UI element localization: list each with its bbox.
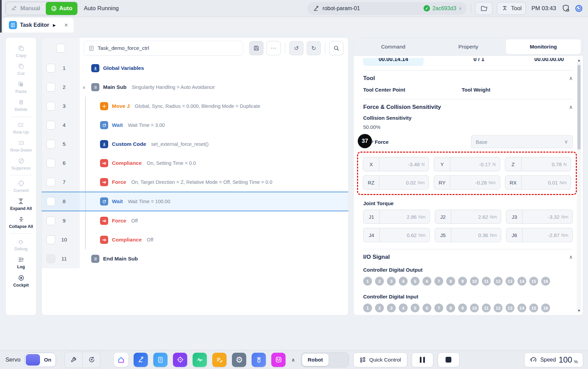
motion-sync-button[interactable] [83, 352, 100, 368]
io-section-header[interactable]: I/O Signal ∧ [363, 249, 573, 265]
task-row[interactable]: 9 Force Off [42, 211, 348, 230]
digital-output-channel: 7 [434, 277, 443, 286]
expand-all-button[interactable]: Expand All [10, 198, 32, 211]
task-row[interactable]: 11 End Main Sub [42, 249, 348, 268]
manual-mode-button[interactable]: Manual [6, 2, 46, 15]
panel-scrollbar[interactable]: ▲ ▼ [577, 58, 581, 313]
digital-output-channel: 3 [387, 277, 396, 286]
task-app-icon[interactable] [153, 353, 168, 367]
pause-button[interactable] [412, 352, 433, 367]
chevron-down-icon[interactable]: ∨ [459, 6, 462, 11]
robot-app-icon[interactable] [134, 353, 148, 367]
delete-button[interactable]: Delete [15, 99, 27, 112]
task-row[interactable]: 4 Wait Wait Time = 3.00 [42, 116, 348, 135]
row-checkbox[interactable] [46, 216, 55, 225]
force-section-header[interactable]: Force & Collision Sensitivity ∧ [363, 99, 573, 115]
task-row[interactable]: 3 Move J Global, Sync, Radius = 0.000, B… [42, 97, 348, 116]
dock-collapse-icon[interactable]: ∧ [291, 357, 295, 363]
log-button[interactable]: Log [17, 256, 25, 269]
scroll-up-icon[interactable]: ▲ [577, 59, 581, 62]
auto-mode-button[interactable]: Auto [46, 2, 78, 15]
copy-button[interactable]: Copy [16, 45, 26, 58]
monitor-app-icon[interactable] [193, 353, 207, 367]
paste-button[interactable]: Paste [15, 81, 26, 94]
row-checkbox[interactable] [46, 235, 55, 244]
robot-name: robot-param-01 [322, 5, 360, 12]
row-checkbox[interactable] [46, 102, 55, 111]
row-checkbox[interactable] [46, 64, 55, 73]
move-j-icon [100, 102, 108, 110]
panel-tabs: Command Property Monitoring [354, 38, 583, 56]
cockpit-app-icon[interactable] [173, 353, 187, 367]
tool-button[interactable]: Tool [497, 2, 526, 15]
task-row[interactable]: 5 Custom Code set_external_force_reset() [42, 135, 348, 154]
task-row[interactable]: 7 Force On, Target Direction = Z, Relati… [42, 173, 348, 192]
tool-section-header[interactable]: Tool ∧ [363, 71, 573, 86]
select-all-checkbox[interactable] [56, 44, 65, 53]
row-checkbox[interactable] [46, 121, 55, 130]
task-row[interactable]: 1 Global Variables [42, 59, 348, 78]
search-button[interactable] [329, 41, 344, 55]
chevron-up-icon: ∧ [569, 75, 573, 81]
row-checkbox[interactable] [46, 83, 55, 92]
digital-input-channel: 11 [482, 304, 491, 312]
joint-torque-label: Joint Torque [363, 200, 573, 206]
suppress-button[interactable]: Suppress [12, 157, 31, 171]
servo-label: Servo [5, 356, 20, 363]
stop-button[interactable] [438, 352, 459, 367]
speed-control[interactable]: Speed 100 % [524, 352, 583, 367]
servo-toggle[interactable]: On [25, 353, 56, 367]
digital-input-channel: 10 [470, 304, 479, 312]
wrench-button[interactable] [65, 352, 82, 368]
row-down-button[interactable]: Row Down [10, 139, 32, 153]
safety-shield-icon[interactable] [562, 4, 570, 13]
tab-command[interactable]: Command [356, 39, 431, 54]
home-app-icon[interactable] [114, 353, 128, 367]
task-row[interactable]: 10 Compliance Off [42, 230, 348, 249]
save-button[interactable] [249, 41, 263, 55]
redo-button[interactable]: ↻ [307, 41, 321, 55]
row-checkbox[interactable] [46, 140, 55, 149]
more-options-button[interactable]: ··· [267, 41, 281, 55]
robot-selector[interactable]: robot-param-01 ✓ 2ac693d3 ∨ [307, 2, 467, 15]
redo-icon: ↻ [311, 45, 316, 52]
collapse-all-button[interactable]: Collapse All [9, 216, 33, 229]
collapse-chevron-icon[interactable]: ∨ [82, 85, 91, 90]
reference-frame-select[interactable]: Base ∨ [471, 135, 573, 148]
log-icon [17, 256, 24, 263]
task-editor-icon [9, 21, 17, 29]
cockpit-button[interactable]: Cockpit [13, 274, 29, 288]
quick-control-button[interactable]: Quick Control [353, 352, 407, 367]
chevron-up-icon: ∧ [569, 104, 573, 110]
folder-icon [480, 5, 488, 12]
settings-app-icon[interactable]: ⚙ [232, 353, 246, 367]
robot-mode-toggle[interactable]: Robot [301, 352, 349, 367]
task-row[interactable]: 2 ∨ Main Sub Singularity Handling = Auto… [42, 78, 348, 97]
row-checkbox[interactable] [46, 197, 55, 206]
remote-app-icon[interactable] [252, 353, 266, 367]
digital-output-channel: 15 [529, 277, 538, 286]
undo-button[interactable]: ↺ [289, 41, 303, 55]
cut-button[interactable]: Cut [18, 63, 25, 76]
row-up-button[interactable]: Row Up [13, 121, 29, 135]
task-row-selected[interactable]: 8 Wait Wait Time = 100.00 [42, 192, 348, 211]
bottom-dock: Servo On ⚙ ∧ Robot Quick Control Speed 1… [0, 350, 588, 369]
open-file-button[interactable] [475, 2, 493, 15]
row-checkbox[interactable] [46, 178, 55, 187]
tab-task-editor[interactable]: Task Editor ▶ × [3, 18, 74, 33]
scroll-down-icon[interactable]: ▼ [577, 309, 581, 312]
tool-weight-label: Tool Weight [462, 87, 490, 93]
task-name-input[interactable]: Task_demo_force_ctrl [84, 41, 243, 56]
digital-input-channels: 12345678910111213141516 [363, 304, 573, 312]
log-app-icon[interactable] [212, 353, 227, 367]
timer-vortex-icon[interactable] [574, 4, 583, 13]
task-row[interactable]: 6 Compliance On, Setting Time = 0.0 [42, 154, 348, 173]
close-icon[interactable]: × [64, 21, 68, 29]
scrollbar-thumb[interactable] [577, 65, 581, 150]
pendant-app-icon[interactable] [271, 353, 286, 367]
debug-button[interactable]: Debug [15, 238, 28, 251]
row-checkbox[interactable] [46, 159, 55, 168]
current-button[interactable]: Current [13, 180, 28, 193]
tab-monitoring[interactable]: Monitoring [506, 39, 581, 54]
tab-property[interactable]: Property [431, 39, 506, 54]
